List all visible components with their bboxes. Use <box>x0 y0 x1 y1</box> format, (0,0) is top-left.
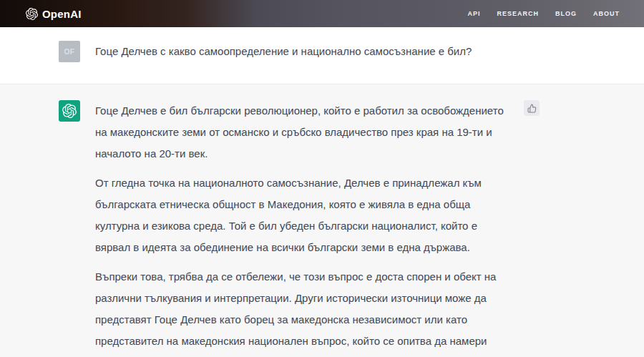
openai-logo-icon <box>62 104 77 118</box>
assistant-message: Гоце Делчев е бил български революционер… <box>0 84 644 357</box>
user-message-text: Гоце Делчев с какво самоопределение и на… <box>95 41 472 62</box>
openai-logo-icon <box>26 8 38 20</box>
thumbs-up-button[interactable] <box>524 100 540 116</box>
top-nav-bar: OpenAI API RESEARCH BLOG ABOUT <box>0 0 644 27</box>
nav-link-blog[interactable]: BLOG <box>555 10 577 17</box>
openai-brand-link[interactable]: OpenAI <box>26 8 82 20</box>
chat-share-page: OpenAI API RESEARCH BLOG ABOUT OF Гоце Д… <box>0 0 644 357</box>
user-avatar: OF <box>59 41 80 62</box>
nav-link-research[interactable]: RESEARCH <box>497 10 539 17</box>
brand-title: OpenAI <box>42 8 82 20</box>
thumbs-up-icon <box>527 104 537 113</box>
nav-link-api[interactable]: API <box>467 10 480 17</box>
assistant-avatar <box>59 100 80 122</box>
assistant-paragraph: От гледна точка на националното самосъзн… <box>95 172 510 258</box>
nav-link-about[interactable]: ABOUT <box>593 10 620 17</box>
user-message: OF Гоце Делчев с какво самоопределение и… <box>0 27 644 84</box>
header-nav: API RESEARCH BLOG ABOUT <box>467 10 620 17</box>
assistant-paragraph: Гоце Делчев е бил български революционер… <box>95 100 510 165</box>
assistant-message-text: Гоце Делчев е бил български революционер… <box>95 100 510 357</box>
assistant-paragraph: Въпреки това, трябва да се отбележи, че … <box>95 266 510 357</box>
